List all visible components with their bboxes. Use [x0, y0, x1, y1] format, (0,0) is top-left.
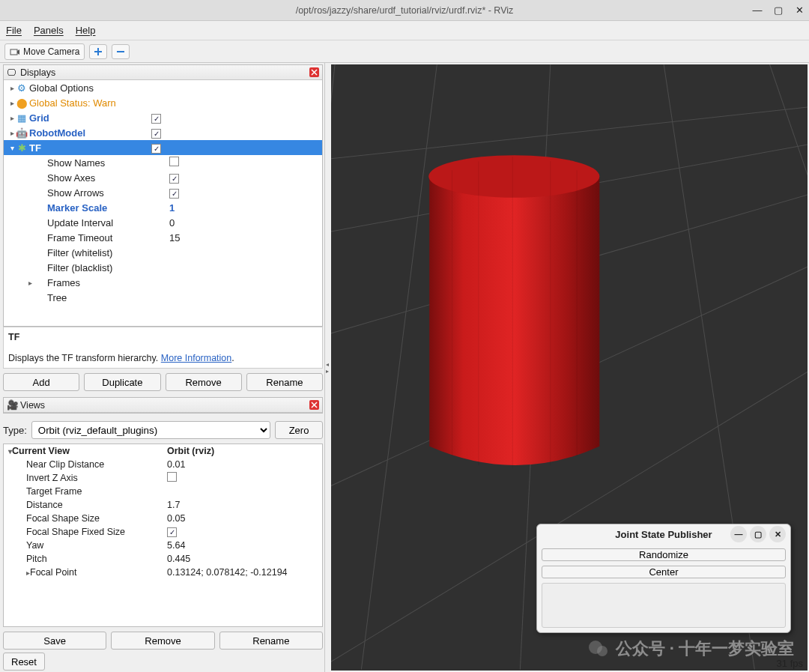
add-button[interactable]: Add: [3, 373, 79, 391]
view-row[interactable]: ▸Focal Point0.13124; 0.078142; -0.12194: [4, 566, 322, 579]
3d-viewport[interactable]: 公众号 · 十年一梦实验室 Joint State Publisher — ▢ …: [331, 64, 808, 671]
remove-view-button[interactable]: Remove: [111, 632, 214, 650]
view-label: Pitch: [26, 554, 47, 564]
tree-row[interactable]: ▾✱TF✓: [4, 140, 322, 155]
view-row[interactable]: Target Frame: [4, 485, 322, 498]
duplicate-button[interactable]: Duplicate: [84, 373, 160, 391]
menu-panels[interactable]: Panels: [34, 25, 64, 36]
tree-row[interactable]: Tree: [4, 290, 322, 305]
checkbox[interactable]: ✓: [167, 527, 177, 537]
tree-row[interactable]: Filter (whitelist): [4, 245, 322, 260]
rename-view-button[interactable]: Rename: [219, 632, 323, 650]
tree-row[interactable]: Show Axes✓: [4, 170, 322, 185]
displays-tree[interactable]: ▸⚙Global Options▸⬤Global Status: Warn▸▦G…: [4, 80, 322, 326]
expand-arrow[interactable]: ▸: [8, 99, 16, 107]
tree-row[interactable]: ▸⬤Global Status: Warn: [4, 95, 322, 110]
window-title: /opt/ros/jazzy/share/urdf_tutorial/rviz/…: [296, 5, 514, 16]
close-displays-icon[interactable]: [309, 67, 319, 77]
view-row[interactable]: Near Clip Distance0.01: [4, 458, 322, 471]
view-value[interactable]: 0.01: [163, 458, 322, 471]
maximize-icon[interactable]: ▢: [773, 5, 784, 16]
tree-row[interactable]: ▸Frames: [4, 275, 322, 290]
more-info-link[interactable]: More Information: [161, 353, 231, 363]
checkbox[interactable]: ✓: [169, 189, 179, 199]
row-value[interactable]: ✓: [169, 172, 322, 184]
add-tool-button[interactable]: [89, 44, 107, 59]
view-type-select[interactable]: Orbit (rviz_default_plugins): [31, 421, 270, 439]
tree-row[interactable]: Marker Scale1: [4, 200, 322, 215]
splitter[interactable]: ◂▸: [325, 63, 330, 672]
svg-point-19: [597, 646, 607, 656]
view-value[interactable]: 0.13124; 0.078142; -0.12194: [163, 566, 322, 579]
checkbox[interactable]: ✓: [151, 129, 161, 139]
rename-button[interactable]: Rename: [246, 373, 323, 391]
reset-button[interactable]: Reset: [3, 653, 45, 671]
center-button[interactable]: Center: [542, 566, 786, 578]
tree-row[interactable]: Frame Timeout15: [4, 230, 322, 245]
jsp-minimize-icon[interactable]: —: [730, 526, 747, 542]
view-value[interactable]: ✓: [163, 525, 322, 539]
row-value[interactable]: ✓: [151, 127, 322, 139]
view-row[interactable]: Focal Shape Fixed Size✓: [4, 525, 322, 539]
view-value[interactable]: 1.7: [163, 498, 322, 512]
plus-icon: [93, 46, 103, 57]
row-value[interactable]: 0: [169, 217, 322, 228]
row-value[interactable]: ✓: [169, 187, 322, 199]
row-value[interactable]: ✓: [151, 112, 322, 124]
row-value[interactable]: [169, 157, 322, 169]
remove-button[interactable]: Remove: [166, 373, 242, 391]
view-row[interactable]: Pitch0.445: [4, 552, 322, 566]
minimize-icon[interactable]: —: [752, 5, 763, 16]
view-value[interactable]: 5.64: [163, 539, 322, 552]
close-views-icon[interactable]: [309, 400, 319, 410]
wechat-icon: [587, 638, 608, 659]
checkbox[interactable]: ✓: [151, 114, 161, 124]
view-row[interactable]: Distance1.7: [4, 498, 322, 512]
save-view-button[interactable]: Save: [3, 632, 106, 650]
row-icon: ⚙: [16, 82, 28, 94]
view-value[interactable]: [163, 485, 322, 498]
expand-arrow[interactable]: ▸: [8, 114, 16, 122]
view-row[interactable]: Focal Shape Size0.05: [4, 512, 322, 525]
expand-arrow[interactable]: ▸: [8, 129, 16, 137]
view-row[interactable]: Yaw5.64: [4, 539, 322, 552]
close-icon[interactable]: ✕: [794, 5, 805, 16]
tree-row[interactable]: Filter (blacklist): [4, 260, 322, 275]
checkbox[interactable]: ✓: [151, 144, 161, 154]
remove-tool-button[interactable]: [112, 44, 130, 59]
row-value[interactable]: 15: [169, 232, 322, 243]
view-value[interactable]: 0.445: [163, 552, 322, 566]
views-tree[interactable]: ▾Current ViewOrbit (rviz)Near Clip Dista…: [3, 444, 323, 627]
tree-row[interactable]: Show Arrows✓: [4, 185, 322, 200]
view-row[interactable]: ▾Current ViewOrbit (rviz): [4, 444, 322, 458]
view-row[interactable]: Invert Z Axis: [4, 471, 322, 485]
tree-row[interactable]: ▸⚙Global Options: [4, 80, 322, 95]
tree-row[interactable]: Show Names: [4, 155, 322, 170]
tree-row[interactable]: ▸▦Grid✓: [4, 110, 322, 125]
joint-state-publisher-window[interactable]: Joint State Publisher — ▢ ✕ Randomize Ce…: [536, 524, 791, 633]
menu-help[interactable]: Help: [76, 25, 96, 36]
views-title: Views: [20, 400, 45, 411]
expand-arrow[interactable]: ▸: [26, 279, 34, 287]
expand-arrow[interactable]: ▾: [8, 144, 16, 152]
checkbox[interactable]: [167, 472, 177, 482]
tree-row[interactable]: Update Interval0: [4, 215, 322, 230]
menu-file[interactable]: File: [6, 25, 22, 36]
move-camera-button[interactable]: Move Camera: [4, 43, 85, 60]
checkbox[interactable]: [169, 157, 179, 166]
view-value[interactable]: [163, 471, 322, 485]
jsp-maximize-icon[interactable]: ▢: [750, 526, 766, 542]
row-icon: ▦: [16, 112, 28, 124]
checkbox[interactable]: ✓: [169, 174, 179, 184]
row-value[interactable]: ✓: [151, 142, 322, 154]
view-value[interactable]: 0.05: [163, 512, 322, 525]
randomize-button[interactable]: Randomize: [542, 548, 786, 561]
tree-row[interactable]: ▸🤖RobotModel✓: [4, 125, 322, 140]
row-value[interactable]: 1: [169, 202, 322, 214]
view-value[interactable]: Orbit (rviz): [163, 444, 322, 458]
expand-arrow[interactable]: ▸: [8, 84, 16, 92]
row-label: Show Names: [46, 157, 169, 169]
row-label: Global Options: [28, 82, 151, 94]
zero-button[interactable]: Zero: [275, 421, 323, 439]
jsp-close-icon[interactable]: ✕: [769, 526, 786, 542]
